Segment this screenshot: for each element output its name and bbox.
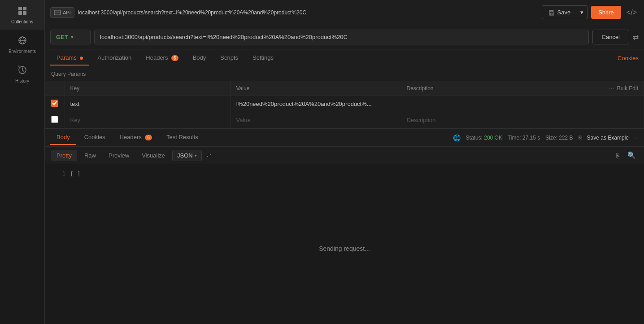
response-tab-body-label: Body bbox=[57, 134, 70, 140]
tab-scripts[interactable]: Scripts bbox=[214, 51, 244, 66]
save-example-label: Save as Example bbox=[587, 135, 629, 141]
top-bar: API localhost:3000/api/products/search?t… bbox=[45, 0, 644, 25]
row2-value-cell[interactable]: Value bbox=[231, 112, 401, 128]
response-tab-headers[interactable]: Headers 6 bbox=[113, 130, 158, 145]
query-params-header: Query Params bbox=[45, 67, 644, 81]
params-table: Key Value Description ··· Bulk Edit bbox=[45, 81, 644, 128]
response-tabs-bar: Body Cookies Headers 6 Test Results 🌐 St… bbox=[45, 129, 644, 147]
json-format-arrow: ▾ bbox=[195, 153, 197, 158]
url-input[interactable] bbox=[94, 30, 589, 44]
response-tab-cookies-label: Cookies bbox=[84, 134, 105, 140]
cancel-button[interactable]: Cancel bbox=[592, 30, 629, 44]
format-tab-raw[interactable]: Raw bbox=[79, 150, 101, 161]
transfer-icon: ⇄ bbox=[633, 33, 639, 41]
request-tabs-bar: Params Authorization Headers 6 Body Scri… bbox=[45, 49, 644, 67]
cancel-label: Cancel bbox=[602, 34, 620, 40]
filter-icon[interactable]: ⇌ bbox=[204, 150, 214, 161]
chevron-down-icon: ▾ bbox=[580, 9, 583, 16]
sidebar-item-environments[interactable]: Environments bbox=[0, 30, 44, 59]
tab-body-label: Body bbox=[193, 54, 206, 61]
save-example-button[interactable]: Save as Example bbox=[587, 135, 629, 141]
time-text: Time: 27.15 s bbox=[508, 135, 540, 141]
response-format-bar: Pretty Raw Preview Visualize JSON ▾ ⇌ ⎘ … bbox=[45, 147, 644, 164]
row1-checkbox[interactable] bbox=[51, 100, 58, 107]
collections-icon bbox=[17, 5, 28, 18]
json-format-select[interactable]: JSON ▾ bbox=[172, 150, 202, 161]
row2-description: Description bbox=[407, 117, 436, 123]
copy-code-icon[interactable]: ⎘ bbox=[614, 150, 622, 161]
sending-text: Sending request... bbox=[319, 245, 370, 252]
row2-key-cell[interactable]: Key bbox=[65, 112, 231, 128]
row2-desc-cell[interactable]: Description bbox=[401, 112, 644, 128]
json-format-label: JSON bbox=[177, 152, 193, 159]
response-overflow-icon[interactable]: ··· bbox=[634, 135, 639, 141]
row1-check-cell bbox=[45, 96, 65, 112]
row1-key-cell[interactable]: text bbox=[65, 96, 231, 112]
col-value: Value bbox=[231, 81, 401, 96]
status-text: Status: 200 OK bbox=[466, 135, 502, 141]
row2-check-cell bbox=[45, 112, 65, 128]
code-area: 1 [ ] Sending request... bbox=[45, 164, 644, 324]
params-overflow-icon[interactable]: ··· bbox=[609, 85, 614, 92]
row1-desc-cell[interactable] bbox=[401, 96, 644, 112]
copy-response-icon[interactable]: ⎘ bbox=[579, 135, 582, 141]
status-code: 200 OK bbox=[484, 135, 502, 141]
response-tab-test-results[interactable]: Test Results bbox=[160, 130, 205, 145]
svg-rect-3 bbox=[23, 11, 26, 15]
save-button[interactable]: Save bbox=[542, 5, 577, 19]
globe-icon: 🌐 bbox=[453, 134, 461, 141]
save-dropdown-button[interactable]: ▾ bbox=[577, 5, 587, 19]
share-button[interactable]: Share bbox=[591, 6, 621, 19]
sidebar: Collections Environments History bbox=[0, 0, 45, 324]
code-line-1: 1 [ ] bbox=[52, 170, 637, 179]
sidebar-item-history[interactable]: History bbox=[0, 59, 44, 89]
tab-settings[interactable]: Settings bbox=[246, 51, 280, 66]
tabs-right-area: Cookies bbox=[618, 55, 639, 61]
request-bar: GET ▾ Cancel ⇄ bbox=[45, 25, 644, 49]
save-label: Save bbox=[557, 9, 571, 16]
row2-value: Value bbox=[236, 117, 251, 123]
code-icon[interactable]: </> bbox=[625, 7, 639, 18]
method-dropdown-arrow: ▾ bbox=[71, 35, 73, 39]
share-label: Share bbox=[598, 9, 614, 16]
line-number-1: 1 bbox=[52, 170, 65, 178]
code-bracket: [ ] bbox=[70, 170, 80, 179]
row2-checkbox[interactable] bbox=[51, 116, 58, 123]
svg-rect-10 bbox=[550, 13, 553, 15]
main-area: API localhost:3000/api/products/search?t… bbox=[45, 0, 644, 324]
tab-headers-label: Headers bbox=[146, 54, 168, 61]
tab-authorization-label: Authorization bbox=[97, 54, 131, 61]
tab-headers[interactable]: Headers 6 bbox=[139, 51, 184, 66]
svg-rect-2 bbox=[18, 11, 22, 15]
format-tab-visualize[interactable]: Visualize bbox=[136, 150, 170, 161]
query-params-section: Query Params Key Value Description ··· B… bbox=[45, 67, 644, 128]
query-params-label: Query Params bbox=[51, 71, 86, 77]
bulk-edit-area: ··· Bulk Edit bbox=[609, 85, 638, 92]
method-select[interactable]: GET ▾ bbox=[50, 30, 91, 44]
response-tab-cookies[interactable]: Cookies bbox=[78, 130, 112, 145]
sidebar-item-collections[interactable]: Collections bbox=[0, 0, 44, 30]
row1-key: text bbox=[70, 101, 80, 107]
format-tab-raw-label: Raw bbox=[84, 152, 96, 159]
row1-value-cell[interactable]: I%20need%20product%20A%20and%20product%.… bbox=[231, 96, 401, 112]
svg-rect-11 bbox=[550, 10, 553, 12]
response-status-area: 🌐 Status: 200 OK Time: 27.15 s Size: 222… bbox=[453, 134, 639, 141]
status-label: Status: bbox=[466, 135, 483, 141]
cookies-link[interactable]: Cookies bbox=[618, 55, 639, 61]
format-tab-preview[interactable]: Preview bbox=[103, 150, 135, 161]
tab-authorization[interactable]: Authorization bbox=[91, 51, 138, 66]
api-icon-badge: API bbox=[50, 7, 74, 18]
tab-params-label: Params bbox=[57, 54, 77, 61]
format-tab-pretty[interactable]: Pretty bbox=[51, 150, 77, 161]
collections-label: Collections bbox=[11, 19, 33, 24]
top-url-display: localhost:3000/api/products/search?text=… bbox=[78, 9, 538, 16]
bulk-edit-button[interactable]: Bulk Edit bbox=[617, 85, 638, 92]
search-response-icon[interactable]: 🔍 bbox=[626, 149, 638, 161]
col-check bbox=[45, 81, 65, 96]
api-icon-text: API bbox=[63, 10, 71, 15]
tab-params[interactable]: Params bbox=[50, 51, 89, 66]
row1-value: I%20need%20product%20A%20and%20product%.… bbox=[236, 101, 372, 107]
svg-rect-0 bbox=[18, 7, 22, 10]
tab-body[interactable]: Body bbox=[187, 51, 213, 66]
response-tab-body[interactable]: Body bbox=[50, 130, 76, 145]
